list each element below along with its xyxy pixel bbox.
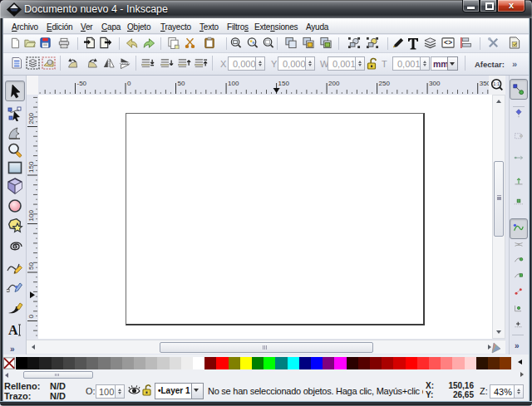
svg-text:A: A: [8, 323, 18, 337]
svg-text:350: 350: [480, 80, 489, 87]
svg-text:-50: -50: [77, 80, 87, 87]
svg-text:300: 300: [429, 80, 441, 87]
svg-text:200: 200: [27, 113, 35, 125]
svg-text:100: 100: [27, 210, 35, 222]
svg-text:50: 50: [27, 262, 35, 270]
svg-text:0: 0: [27, 315, 35, 319]
svg-text:250: 250: [379, 80, 391, 87]
svg-text:1:1: 1:1: [493, 81, 500, 86]
svg-text:150: 150: [278, 80, 290, 87]
svg-text:<>: <>: [444, 39, 452, 47]
svg-text:150: 150: [27, 161, 35, 173]
svg-text:200: 200: [328, 80, 340, 87]
svg-text:100: 100: [228, 80, 239, 87]
svg-text:0: 0: [127, 80, 131, 87]
svg-text:50: 50: [178, 80, 185, 87]
